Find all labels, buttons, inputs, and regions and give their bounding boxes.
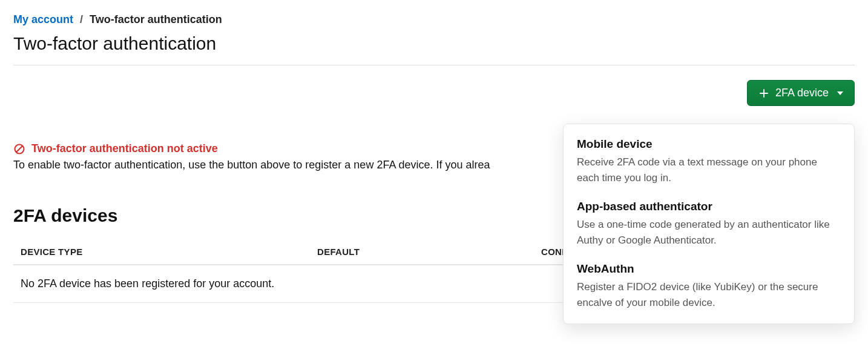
svg-line-3 [16, 146, 22, 152]
alert-title: Two-factor authentication not active [31, 142, 218, 155]
dropdown-item-desc: Register a FIDO2 device (like YubiKey) o… [577, 279, 841, 310]
prohibited-icon [13, 143, 25, 155]
page-title: Two-factor authentication [13, 33, 855, 54]
add-2fa-device-button[interactable]: 2FA device [747, 80, 855, 106]
dropdown-item-title: WebAuthn [577, 262, 841, 276]
dropdown-item-webauthn[interactable]: WebAuthn Register a FIDO2 device (like Y… [564, 255, 854, 317]
dropdown-item-app-authenticator[interactable]: App-based authenticator Use a one-time c… [564, 193, 854, 255]
toolbar: 2FA device [13, 80, 855, 106]
column-header-default: DEFAULT [317, 247, 541, 257]
column-header-device-type: DEVICE TYPE [21, 247, 317, 257]
dropdown-item-mobile-device[interactable]: Mobile device Receive 2FA code via a tex… [564, 130, 854, 193]
chevron-down-icon [837, 91, 843, 95]
breadcrumb-current: Two-factor authentication [90, 13, 222, 25]
add-button-label: 2FA device [775, 87, 829, 99]
breadcrumb: My account / Two-factor authentication [13, 13, 855, 26]
dropdown-item-title: Mobile device [577, 138, 841, 151]
dropdown-item-title: App-based authenticator [577, 200, 841, 213]
dropdown-item-desc: Receive 2FA code via a text message on y… [577, 154, 841, 185]
dropdown-item-desc: Use a one-time code generated by an auth… [577, 217, 841, 248]
divider [13, 65, 855, 65]
add-2fa-dropdown: Mobile device Receive 2FA code via a tex… [563, 124, 855, 324]
breadcrumb-separator: / [80, 13, 83, 25]
breadcrumb-root-link[interactable]: My account [13, 13, 73, 25]
plus-icon [758, 88, 769, 99]
